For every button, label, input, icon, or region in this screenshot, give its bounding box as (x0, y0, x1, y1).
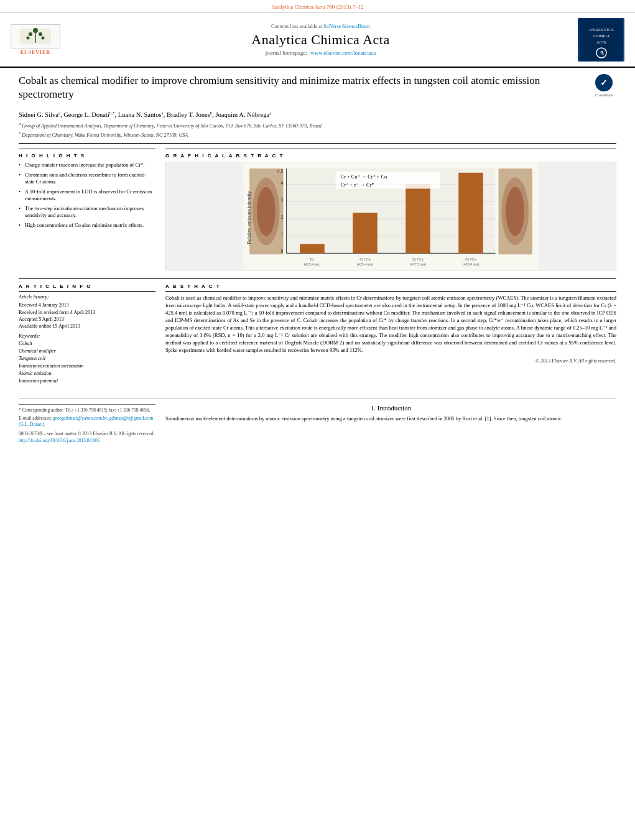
copyright: © 2013 Elsevier B.V. All rights reserved… (165, 358, 616, 364)
graphical-abstract-section: G R A P H I C A L A B S T R A C T (165, 149, 616, 270)
svg-text:0: 0 (281, 249, 284, 255)
svg-text:Cr + Cu⁺ → Cr⁺ + Co: Cr + Cu⁺ → Cr⁺ + Co (340, 174, 387, 180)
email-label: E-mail addresses: (19, 415, 52, 421)
journal-title: Analytica Chimica Acta (63, 32, 578, 48)
keyword-3: Tungsten coil (19, 355, 155, 362)
svg-text:(429.0 nm): (429.0 nm) (463, 262, 479, 267)
keyword-1: Cobalt (19, 340, 155, 348)
author-3: Luana N. Santosa (118, 111, 164, 118)
svg-rect-35 (300, 244, 325, 254)
svg-text:4.5: 4.5 (277, 168, 284, 174)
doi-link[interactable]: http://dx.doi.org/10.1016/j.aca.2013.04.… (19, 438, 100, 443)
highlights-section: H I G H L I G H T S Charge transfer reac… (19, 149, 155, 229)
svg-text:2: 2 (281, 215, 284, 220)
svg-point-3 (29, 32, 32, 36)
svg-point-4 (39, 32, 42, 36)
elsevier-logo: ELSEVIER (7, 24, 63, 55)
received-revised-date: Received in revised form 4 April 2013 (19, 309, 155, 316)
svg-text:Cr: Cr (310, 257, 315, 262)
highlights-list: Charge transfer reactions increase the p… (19, 162, 155, 229)
highlight-item-5: High concentrations of Co also minimize … (19, 222, 155, 229)
svg-text:(425.4 nm): (425.4 nm) (304, 262, 320, 267)
crossmark-icon: ✓ (595, 74, 613, 91)
analytica-logo-image: ANALYTICA CHIMICA ACTA ⚗ (578, 18, 624, 62)
svg-text:3: 3 (281, 198, 284, 203)
top-bar: Analytica Chimica Acta 780 (2013) 7–12 (0, 0, 635, 13)
footnote-divider (19, 404, 155, 405)
affiliations: a Group of Applied Instrumental Analysis… (19, 121, 616, 139)
journal-homepage-link[interactable]: www.elsevier.com/locate/aca (310, 50, 376, 56)
email-line: E-mail addresses: georgedonati@yahoo.com… (19, 415, 155, 428)
available-online-date: Available online 15 April 2013 (19, 323, 155, 330)
abstract-text: Cobalt is used as chemical modifier to i… (165, 295, 616, 354)
article-info-column: A R T I C L E I N F O Article history: R… (19, 284, 155, 390)
affiliation-b: b Department of Chemistry, Wake Forest U… (19, 130, 616, 139)
keyword-5: Atomic emission (19, 370, 155, 377)
graphical-abstract-image: Relative emission intensity 0 1 2 3 4 4.… (165, 162, 616, 270)
svg-text:ANALYTICA: ANALYTICA (588, 27, 613, 32)
article-body: Cobalt as chemical modifier to improve c… (0, 68, 635, 457)
article-info-header: A R T I C L E I N F O (19, 284, 155, 289)
analytica-logo: ANALYTICA CHIMICA ACTA ⚗ (578, 18, 628, 62)
abstract-header: A B S T R A C T (165, 284, 616, 289)
journal-header-center: Contents lists available at SciVerse Sci… (63, 24, 578, 56)
introduction-column: 1. Introduction Simultaneous multi-eleme… (165, 404, 616, 445)
corr-author-note: * Corresponding author. Tel.: +1 336 758… (19, 407, 155, 414)
svg-text:ACTA: ACTA (596, 40, 607, 44)
journal-citation: Analytica Chimica Acta 780 (2013) 7–12 (271, 4, 364, 10)
graphical-abstract-column: G R A P H I C A L A B S T R A C T (165, 149, 616, 270)
article-title-section: Cobalt as chemical modifier to improve c… (19, 74, 616, 105)
info-divider (19, 291, 155, 292)
introduction-text: Simultaneous multi-element determination… (165, 415, 616, 423)
keyword-2: Chemical modifier (19, 348, 155, 355)
svg-rect-38 (353, 213, 378, 253)
svg-text:1: 1 (281, 232, 284, 238)
article-title: Cobalt as chemical modifier to improve c… (19, 74, 585, 101)
elsevier-brand: ELSEVIER (21, 50, 50, 55)
highlights-column: H I G H L I G H T S Charge transfer reac… (19, 149, 155, 270)
svg-point-16 (257, 187, 276, 236)
article-info-section: A R T I C L E I N F O Article history: R… (19, 284, 155, 385)
abstract-column: A B S T R A C T Cobalt is used as chemic… (165, 284, 616, 390)
crossmark-label: CrossMark (595, 93, 613, 97)
history-label: Article history: (19, 294, 155, 300)
highlights-ga-section: H I G H L I G H T S Charge transfer reac… (19, 149, 616, 270)
journal-homepage: journal homepage: www.elsevier.com/locat… (63, 50, 578, 56)
svg-point-6 (42, 37, 45, 40)
keywords-title: Keywords: (19, 333, 155, 339)
footnotes-column: * Corresponding author. Tel.: +1 336 758… (19, 404, 155, 445)
journal-header: ELSEVIER Contents lists available at Sci… (0, 13, 635, 68)
doi-line: http://dx.doi.org/10.1016/j.aca.2013.04.… (19, 438, 155, 445)
svg-text:(425.4 nm): (425.4 nm) (357, 262, 373, 267)
received-date: Received 4 January 2013 (19, 302, 155, 308)
sciverse-text: Contents lists available at SciVerse Sci… (63, 24, 578, 29)
svg-text:⚗: ⚗ (599, 50, 603, 56)
highlight-item-1: Charge transfer reactions increase the p… (19, 162, 155, 168)
highlight-item-3: A 10-fold improvement in LOD is observed… (19, 188, 155, 203)
elsevier-tree-image (11, 24, 60, 48)
affiliation-a: a Group of Applied Instrumental Analysis… (19, 121, 616, 129)
svg-rect-44 (458, 173, 483, 254)
bottom-section: * Corresponding author. Tel.: +1 336 758… (19, 399, 616, 445)
graphical-abstract-chart: Relative emission intensity 0 1 2 3 4 4.… (166, 162, 616, 270)
svg-point-19 (506, 187, 524, 236)
keywords-list: Cobalt Chemical modifier Tungsten coil I… (19, 340, 155, 385)
highlight-item-4: The two-step ionization/excitation mecha… (19, 205, 155, 219)
svg-text:Cr+Cu: Cr+Cu (359, 257, 371, 262)
issn-line: 0003-2670/$ – see front matter © 2013 El… (19, 431, 155, 438)
authors-line: Sidnei G. Silvaa, George L. Donatib,*, L… (19, 110, 616, 118)
svg-point-2 (33, 28, 38, 33)
keyword-6: Ionization potential (19, 377, 155, 385)
highlights-header: H I G H L I G H T S (19, 153, 155, 159)
svg-text:Cr⁺ + e⁻ → Cr*: Cr⁺ + e⁻ → Cr* (340, 182, 374, 188)
svg-text:Cr+Cu: Cr+Cu (412, 257, 424, 262)
svg-point-5 (27, 37, 30, 40)
svg-text:(427.5 nm): (427.5 nm) (410, 262, 426, 267)
svg-text:Cr+Co: Cr+Co (465, 257, 476, 262)
svg-rect-41 (406, 184, 430, 254)
author-4: Bradley T. Jonesb (167, 111, 212, 118)
graphical-abstract-header: G R A P H I C A L A B S T R A C T (165, 153, 616, 159)
svg-text:4: 4 (281, 180, 284, 186)
sciverse-link[interactable]: SciVerse ScienceDirect (323, 24, 370, 29)
introduction-header: 1. Introduction (165, 404, 616, 412)
